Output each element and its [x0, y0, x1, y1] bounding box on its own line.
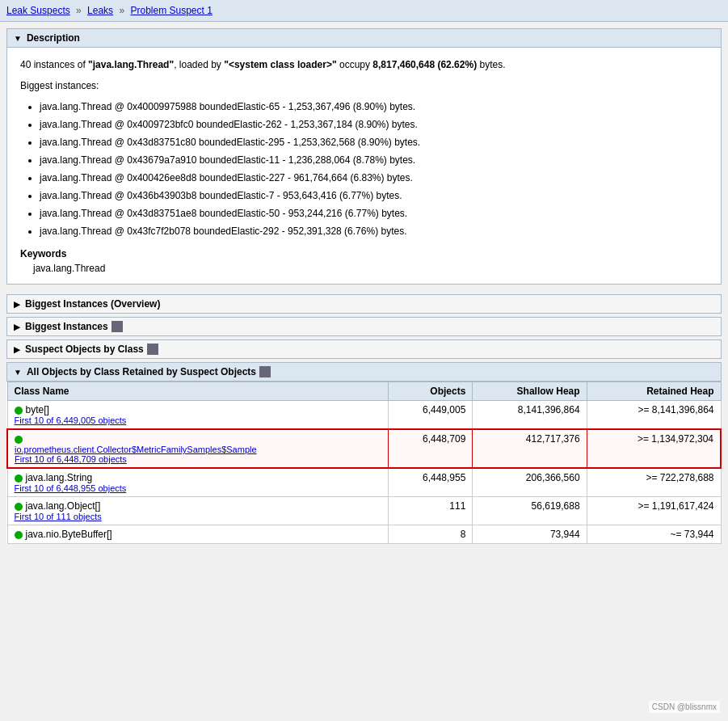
all-objects-header[interactable]: ▼ All Objects by Class Retained by Suspe… — [6, 362, 722, 382]
objects-table: Class Name Objects Shallow Heap Retained… — [6, 382, 722, 544]
class-sub-link[interactable]: First 10 of 111 objects — [15, 512, 381, 521]
table-row: java.nio.ByteBuffer[]873,944~= 73,944 — [7, 525, 721, 544]
shallow-heap-cell: 73,944 — [473, 525, 587, 544]
instance-item: java.lang.Thread @ 0x400426ee8d8 bounded… — [40, 171, 708, 185]
description-header-label: Description — [27, 32, 80, 44]
table-header-row: Class Name Objects Shallow Heap Retained… — [7, 382, 721, 401]
description-toggle-icon: ▼ — [14, 34, 22, 43]
biggest-instances-overview-header[interactable]: ▶ Biggest Instances (Overview) — [6, 294, 722, 314]
class-name-cell: java.nio.ByteBuffer[] — [7, 525, 388, 544]
instance-item: java.lang.Thread @ 0x40009975988 bounded… — [40, 99, 708, 114]
class-name-label: java.lang.String — [26, 472, 93, 483]
instances-list: java.lang.Thread @ 0x40009975988 bounded… — [40, 99, 708, 238]
biggest-instances-label: Biggest instances: — [20, 78, 708, 93]
objects-cell: 6,449,005 — [388, 401, 473, 430]
table-row: java.lang.StringFirst 10 of 6,448,955 ob… — [7, 468, 721, 497]
class-sub-link[interactable]: First 10 of 6,449,005 objects — [15, 415, 381, 425]
green-circle-icon — [15, 474, 23, 483]
breadcrumb-leak-suspects[interactable]: Leak Suspects — [6, 5, 70, 16]
all-objects-section: ▼ All Objects by Class Retained by Suspe… — [6, 362, 722, 544]
objects-cell: 111 — [388, 497, 473, 525]
description-summary: 40 instances of "java.lang.Thread", load… — [20, 57, 708, 72]
table-row: io.prometheus.client.Collector$MetricFam… — [7, 429, 721, 468]
class-name-text: java.lang.Object[] — [15, 500, 381, 512]
objects-cell: 6,448,709 — [388, 429, 473, 468]
biggest-instances-label: Biggest Instances — [25, 321, 108, 332]
all-objects-toggle-icon: ▼ — [14, 368, 22, 377]
col-shallow-heap: Shallow Heap — [473, 382, 587, 401]
shallow-heap-cell: 8,141,396,864 — [473, 401, 587, 430]
keywords-label: Keywords — [20, 248, 708, 259]
instance-item: java.lang.Thread @ 0x43d83751ae8 bounded… — [40, 206, 708, 221]
biggest-overview-toggle-icon: ▶ — [14, 300, 20, 309]
class-sub-link[interactable]: First 10 of 6,448,955 objects — [15, 483, 381, 493]
green-circle-icon — [15, 531, 23, 539]
all-objects-icon — [259, 366, 271, 377]
description-header[interactable]: ▼ Description — [6, 28, 722, 48]
shallow-heap-cell: 56,619,688 — [473, 497, 587, 525]
class-name-text: byte[] — [15, 404, 381, 415]
biggest-instances-overview-label: Biggest Instances (Overview) — [25, 298, 160, 310]
class-sub-link[interactable]: First 10 of 6,448,709 objects — [15, 454, 381, 464]
instance-item: java.lang.Thread @ 0x43d83751c80 bounded… — [40, 135, 708, 150]
instance-item: java.lang.Thread @ 0x43fc7f2b078 bounded… — [40, 224, 708, 238]
retained-heap-cell: >= 1,191,617,424 — [587, 497, 721, 525]
green-circle-icon — [15, 407, 23, 415]
instance-item: java.lang.Thread @ 0x4009723bfc0 bounded… — [40, 117, 708, 132]
retained-heap-cell: >= 722,278,688 — [587, 468, 721, 497]
description-section: ▼ Description 40 instances of "java.lang… — [6, 28, 722, 285]
class-name-text: java.lang.String — [15, 472, 381, 483]
green-circle-icon — [15, 503, 23, 511]
biggest-instances-section: ▶ Biggest Instances — [6, 317, 722, 336]
breadcrumb-sep-1: » — [76, 5, 84, 16]
all-objects-label: All Objects by Class Retained by Suspect… — [27, 366, 256, 377]
class-name-cell: io.prometheus.client.Collector$MetricFam… — [7, 429, 388, 468]
biggest-instances-toggle-icon: ▶ — [14, 323, 20, 331]
green-circle-icon — [15, 436, 23, 444]
main-content: ▼ Description 40 instances of "java.lang… — [0, 22, 728, 554]
col-objects: Objects — [388, 382, 473, 401]
suspect-objects-label: Suspect Objects by Class — [25, 344, 144, 355]
breadcrumb-problem-suspect[interactable]: Problem Suspect 1 — [130, 5, 212, 16]
shallow-heap-cell: 412,717,376 — [473, 429, 587, 468]
class-name-label: java.lang.Object[] — [26, 500, 101, 512]
class-name-cell: java.lang.Object[]First 10 of 111 object… — [7, 497, 388, 525]
table-row: byte[]First 10 of 6,449,005 objects6,449… — [7, 401, 721, 430]
table-row: java.lang.Object[]First 10 of 111 object… — [7, 497, 721, 525]
breadcrumb-sep-2: » — [119, 5, 127, 16]
class-name-text: java.nio.ByteBuffer[] — [15, 529, 381, 540]
breadcrumb: Leak Suspects » Leaks » Problem Suspect … — [0, 0, 728, 22]
retained-heap-cell: ~= 73,944 — [587, 525, 721, 544]
biggest-instances-overview-section: ▶ Biggest Instances (Overview) — [6, 294, 722, 314]
suspect-objects-icon — [147, 344, 158, 355]
suspect-objects-toggle-icon: ▶ — [14, 345, 20, 354]
keywords-value: java.lang.Thread — [33, 263, 708, 274]
class-name-cell: byte[]First 10 of 6,449,005 objects — [7, 401, 388, 430]
col-retained-heap: Retained Heap — [587, 382, 721, 401]
objects-cell: 8 — [388, 525, 473, 544]
objects-cell: 6,448,955 — [388, 468, 473, 497]
shallow-heap-cell: 206,366,560 — [473, 468, 587, 497]
retained-heap-cell: >= 1,134,972,304 — [587, 429, 721, 468]
instance-item: java.lang.Thread @ 0x436b43903b8 bounded… — [40, 188, 708, 203]
class-name-link[interactable]: io.prometheus.client.Collector$MetricFam… — [15, 445, 381, 454]
class-name-label: java.nio.ByteBuffer[] — [26, 529, 112, 540]
col-class-name: Class Name — [7, 382, 388, 401]
suspect-objects-header[interactable]: ▶ Suspect Objects by Class — [6, 339, 722, 359]
retained-heap-cell: >= 8,141,396,864 — [587, 401, 721, 430]
class-name-text: io.prometheus.client.Collector$MetricFam… — [15, 433, 381, 454]
class-name-label: byte[] — [26, 404, 49, 415]
biggest-instances-header[interactable]: ▶ Biggest Instances — [6, 317, 722, 336]
class-name-cell: java.lang.StringFirst 10 of 6,448,955 ob… — [7, 468, 388, 497]
breadcrumb-leaks[interactable]: Leaks — [87, 5, 113, 16]
keywords-section: Keywords java.lang.Thread — [20, 248, 708, 274]
instance-item: java.lang.Thread @ 0x43679a7a910 bounded… — [40, 153, 708, 167]
suspect-objects-section: ▶ Suspect Objects by Class — [6, 339, 722, 359]
biggest-instances-icon — [112, 321, 123, 332]
description-body: 40 instances of "java.lang.Thread", load… — [6, 48, 722, 285]
